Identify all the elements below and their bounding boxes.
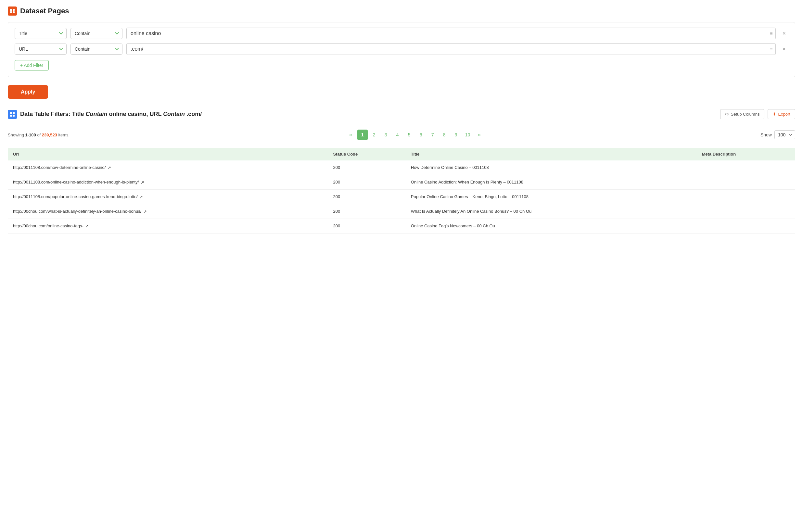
pagination-page-5[interactable]: 5 bbox=[404, 130, 415, 140]
col-url: Url bbox=[8, 148, 328, 160]
cell-title-3: Popular Online Casino Games – Keno, Bing… bbox=[406, 190, 697, 204]
pagination-page-10[interactable]: 10 bbox=[463, 130, 473, 140]
pagination-page-3[interactable]: 3 bbox=[381, 130, 391, 140]
svg-rect-5 bbox=[13, 112, 15, 114]
data-section-header: Data Table Filters: Title Contain online… bbox=[8, 109, 795, 122]
url-text-1: http://0011108.com/how-determine-online-… bbox=[13, 165, 106, 170]
cell-title-2: Online Casino Addiction: When Enough Is … bbox=[406, 175, 697, 190]
cell-meta-5 bbox=[696, 219, 795, 233]
pagination-page-4[interactable]: 4 bbox=[393, 130, 403, 140]
show-select[interactable]: 10 25 50 100 250 bbox=[775, 130, 795, 139]
col-meta-description: Meta Description bbox=[696, 148, 795, 160]
apply-button[interactable]: Apply bbox=[8, 85, 48, 99]
pagination-page-9[interactable]: 9 bbox=[451, 130, 461, 140]
table-row: http://0011108.com/popular-online-casino… bbox=[8, 190, 795, 204]
svg-rect-0 bbox=[10, 9, 12, 11]
svg-rect-4 bbox=[10, 112, 12, 114]
url-text-2: http://0011108.com/online-casino-addicti… bbox=[13, 179, 139, 185]
setup-columns-button[interactable]: ⚙ Setup Columns bbox=[720, 109, 765, 119]
filter-2-operator-select[interactable]: Contain Does Not Contain Equal Not Equal bbox=[71, 43, 122, 55]
remove-filter-2-button[interactable]: × bbox=[780, 45, 788, 53]
show-label: Show bbox=[761, 132, 772, 137]
cell-status-5: 200 bbox=[328, 219, 405, 233]
table-body: http://0011108.com/how-determine-online-… bbox=[8, 160, 795, 233]
svg-rect-3 bbox=[13, 12, 15, 13]
add-filter-button[interactable]: + Add Filter bbox=[15, 60, 49, 71]
cell-title-1: How Determine Online Casino – 0011108 bbox=[406, 160, 697, 175]
table-icon bbox=[8, 110, 17, 119]
cell-meta-3 bbox=[696, 190, 795, 204]
col-status-code: Status Code bbox=[328, 148, 405, 160]
showing-range: 1-100 bbox=[25, 133, 36, 137]
show-control: Show 10 25 50 100 250 bbox=[761, 130, 795, 139]
filter-1-field-select[interactable]: Title URL Status Code Meta Description bbox=[15, 28, 66, 39]
pagination-page-1[interactable]: 1 bbox=[357, 130, 368, 140]
cell-url-5: http://00chou.com/online-casino-faqs- ↗ bbox=[8, 219, 328, 233]
cell-status-3: 200 bbox=[328, 190, 405, 204]
page-title: Dataset Pages bbox=[20, 7, 69, 15]
pagination-bar: Showing 1-100 of 239,523 items. « 1 2 3 … bbox=[8, 127, 795, 142]
filter-1-value-wrapper: ≡ bbox=[126, 27, 776, 39]
cell-meta-4 bbox=[696, 204, 795, 219]
showing-text: Showing 1-100 of 239,523 items. bbox=[8, 133, 70, 137]
setup-columns-label: Setup Columns bbox=[731, 112, 760, 117]
cell-status-4: 200 bbox=[328, 204, 405, 219]
external-link-icon-3: ↗ bbox=[139, 194, 143, 200]
pagination-page-2[interactable]: 2 bbox=[369, 130, 379, 140]
svg-rect-2 bbox=[10, 12, 12, 13]
cell-url-2: http://0011108.com/online-casino-addicti… bbox=[8, 175, 328, 190]
table-row: http://00chou.com/what-is-actually-defin… bbox=[8, 204, 795, 219]
page-header: Dataset Pages bbox=[8, 6, 795, 16]
table-row: http://00chou.com/online-casino-faqs- ↗ … bbox=[8, 219, 795, 233]
showing-suffix: items. bbox=[58, 133, 70, 137]
filter-1-value-input[interactable] bbox=[126, 27, 776, 39]
showing-of: of bbox=[37, 133, 41, 137]
svg-rect-1 bbox=[13, 9, 15, 11]
pagination-page-6[interactable]: 6 bbox=[416, 130, 426, 140]
download-icon: ⬇ bbox=[772, 112, 776, 117]
external-link-icon-2: ↗ bbox=[141, 180, 144, 185]
external-link-icon-5: ↗ bbox=[85, 224, 89, 229]
data-section-title: Data Table Filters: Title Contain online… bbox=[20, 111, 202, 118]
svg-rect-6 bbox=[10, 115, 12, 117]
cell-url-1: http://0011108.com/how-determine-online-… bbox=[8, 160, 328, 175]
cell-status-1: 200 bbox=[328, 160, 405, 175]
pagination-next[interactable]: » bbox=[474, 130, 485, 140]
export-label: Export bbox=[778, 112, 790, 117]
url-text-3: http://0011108.com/popular-online-casino… bbox=[13, 194, 138, 199]
pagination: « 1 2 3 4 5 6 7 8 9 10 » bbox=[346, 130, 485, 140]
cell-title-4: What Is Actually Definitely An Online Ca… bbox=[406, 204, 697, 219]
header-actions: ⚙ Setup Columns ⬇ Export bbox=[720, 109, 795, 119]
total-count: 239,523 bbox=[42, 133, 57, 137]
dataset-icon bbox=[8, 6, 17, 16]
showing-prefix: Showing bbox=[8, 133, 24, 137]
cell-meta-2 bbox=[696, 175, 795, 190]
svg-rect-7 bbox=[13, 115, 15, 117]
cell-url-4: http://00chou.com/what-is-actually-defin… bbox=[8, 204, 328, 219]
data-title-wrap: Data Table Filters: Title Contain online… bbox=[8, 110, 202, 119]
title-prefix: Data Table Filters: bbox=[20, 111, 71, 117]
filter-row-1: Title URL Status Code Meta Description C… bbox=[15, 27, 788, 39]
remove-filter-1-button[interactable]: × bbox=[780, 29, 788, 38]
cell-title-5: Online Casino Faq's Newcomers – 00 Ch Ou bbox=[406, 219, 697, 233]
cell-meta-1 bbox=[696, 160, 795, 175]
filter-2-field-select[interactable]: Title URL Status Code Meta Description bbox=[15, 43, 66, 55]
table-row: http://0011108.com/how-determine-online-… bbox=[8, 160, 795, 175]
table-row: http://0011108.com/online-casino-addicti… bbox=[8, 175, 795, 190]
url-text-4: http://00chou.com/what-is-actually-defin… bbox=[13, 209, 141, 214]
cell-url-3: http://0011108.com/popular-online-casino… bbox=[8, 190, 328, 204]
external-link-icon-4: ↗ bbox=[143, 209, 147, 214]
filter-2-value-wrapper: ≡ bbox=[126, 43, 776, 55]
pagination-page-7[interactable]: 7 bbox=[427, 130, 438, 140]
export-button[interactable]: ⬇ Export bbox=[768, 109, 795, 119]
cell-status-2: 200 bbox=[328, 175, 405, 190]
filters-panel: Title URL Status Code Meta Description C… bbox=[8, 22, 795, 77]
pagination-prev[interactable]: « bbox=[346, 130, 356, 140]
col-title: Title bbox=[406, 148, 697, 160]
pagination-page-8[interactable]: 8 bbox=[439, 130, 450, 140]
external-link-icon-1: ↗ bbox=[108, 165, 111, 170]
table-header: Url Status Code Title Meta Description bbox=[8, 148, 795, 160]
filter-2-value-input[interactable] bbox=[126, 43, 776, 55]
data-table: Url Status Code Title Meta Description h… bbox=[8, 148, 795, 233]
filter-1-operator-select[interactable]: Contain Does Not Contain Equal Not Equal bbox=[71, 28, 122, 39]
